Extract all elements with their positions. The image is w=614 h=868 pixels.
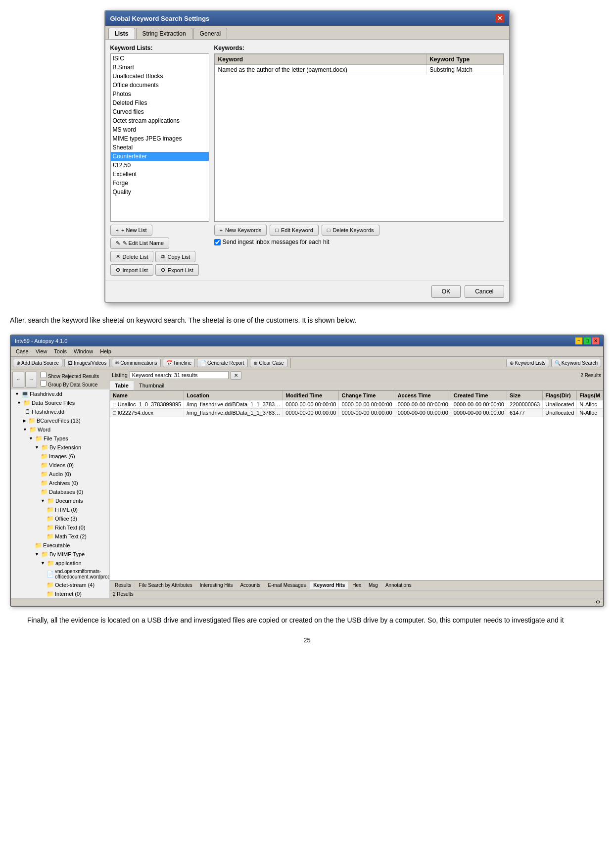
delete-list-button[interactable]: ✕ Delete List	[110, 251, 154, 262]
show-rejected-checkbox[interactable]	[40, 372, 47, 378]
menu-tools[interactable]: Tools	[51, 347, 70, 355]
ok-button[interactable]: OK	[431, 285, 461, 298]
bottom-tab-interesting[interactable]: Interesting Hits	[197, 581, 236, 589]
add-data-source-button[interactable]: ⊕ Add Data Source	[13, 359, 62, 367]
list-item-photos[interactable]: Photos	[111, 90, 209, 98]
timeline-button[interactable]: 📅 Timeline	[163, 359, 195, 367]
tree-application[interactable]: ▼ 📁 application	[11, 559, 109, 568]
list-item-octet[interactable]: Octet stream applications	[111, 116, 209, 125]
list-item-bsmart[interactable]: B.Smart	[111, 63, 209, 72]
table-row[interactable]: Named as the author of the letter (payme…	[215, 65, 503, 75]
close-window-button[interactable]: ✕	[592, 338, 599, 344]
delete-keywords-button[interactable]: □ Delete Keywords	[322, 225, 379, 236]
folder-icon: 📁	[41, 488, 48, 495]
list-item-unalloc[interactable]: Unallocated Blocks	[111, 72, 209, 81]
tree-bcarved-files[interactable]: ▶ 📁 BCarvedFiles (13)	[11, 416, 109, 425]
copy-list-button[interactable]: ⧉ Copy List	[155, 251, 195, 262]
tab-general[interactable]: General	[193, 28, 228, 39]
tree-flashdrive-file[interactable]: 🗒 Flashdrive.dd	[11, 407, 109, 416]
send-ingest-checkbox[interactable]	[214, 239, 221, 245]
tree-audio[interactable]: 📁 Audio (0)	[11, 470, 109, 479]
tab-table[interactable]: Table	[110, 381, 134, 390]
tree-label: Flashdrive.dd	[32, 409, 64, 415]
keyword-lists-button[interactable]: ⊕ Keyword Lists	[506, 359, 549, 367]
status-text: 2 Results	[113, 591, 134, 597]
tree-documents[interactable]: ▼ 📁 Documents	[11, 496, 109, 505]
edit-list-name-button[interactable]: ✎ ✎ Edit List Name	[110, 238, 170, 249]
clear-search-button[interactable]: ✕	[231, 371, 241, 380]
list-item-mime[interactable]: MIME types JPEG images	[111, 134, 209, 143]
new-list-button[interactable]: + + New List	[110, 225, 152, 236]
menu-help[interactable]: Help	[97, 347, 114, 355]
import-list-button[interactable]: ⊕ Import List	[110, 264, 153, 276]
bottom-tab-annotations[interactable]: Annotations	[382, 581, 415, 589]
list-item-counterfeiter[interactable]: Counterfeiter	[111, 152, 209, 161]
bottom-tab-email[interactable]: E-mail Messages	[265, 581, 310, 589]
bottom-tab-file-search[interactable]: File Search by Attributes	[136, 581, 195, 589]
communications-button[interactable]: ✉ Communications	[112, 359, 160, 367]
tree-word[interactable]: ▼ 📁 Word	[11, 425, 109, 434]
tree-databases[interactable]: 📁 Databases (0)	[11, 487, 109, 496]
keyword-search-button[interactable]: 🔍 Keyword Search	[551, 359, 601, 367]
keyword-list-box[interactable]: ISIC B.Smart Unallocated Blocks Office d…	[110, 53, 209, 222]
tree-flashdrive[interactable]: ▼ 💻 Flashdrive.dd	[11, 389, 109, 398]
tree-office[interactable]: 📁 Office (3)	[11, 514, 109, 523]
nav-back-button[interactable]: ←	[12, 372, 24, 387]
tab-thumbnail[interactable]: Thumbnail	[134, 381, 170, 390]
tree-label: Octet-stream (4)	[55, 582, 94, 588]
folder-icon: 📁	[35, 435, 43, 442]
tab-lists[interactable]: Lists	[108, 28, 135, 39]
bottom-tab-results[interactable]: Results	[112, 581, 135, 589]
results-table[interactable]: Name Location Modified Time Change Time …	[110, 390, 603, 580]
tree-archives[interactable]: 📁 Archives (0)	[11, 479, 109, 487]
cell-size: 2200000063	[507, 400, 543, 408]
menu-window[interactable]: Window	[71, 347, 96, 355]
edit-keyword-button[interactable]: □ Edit Keyword	[270, 225, 318, 236]
nav-forward-button[interactable]: →	[25, 372, 37, 387]
tree-vnd[interactable]: 📄 vnd.openxmlformats-officedocument.word…	[11, 568, 109, 580]
list-item-forge[interactable]: Forge	[111, 179, 209, 188]
images-videos-button[interactable]: 🖼 Images/Videos	[64, 359, 110, 367]
list-item-sheetal[interactable]: Sheetal	[111, 143, 209, 152]
tree-internet[interactable]: 📁 Internet (0)	[11, 589, 109, 598]
menu-case[interactable]: Case	[13, 347, 32, 355]
group-by-checkbox[interactable]	[40, 380, 47, 386]
tree-html[interactable]: 📁 HTML (0)	[11, 505, 109, 514]
cell-name: □ Unalloc_1_0_3783899895	[110, 400, 184, 408]
list-item-office[interactable]: Office documents	[111, 81, 209, 90]
dialog-close-button[interactable]: ✕	[495, 14, 504, 23]
list-item-excellent[interactable]: Excellent	[111, 170, 209, 179]
bottom-tab-msg[interactable]: Msg	[366, 581, 381, 589]
bottom-tab-keyword[interactable]: Keyword Hits	[310, 581, 348, 589]
tab-string-extraction[interactable]: String Extraction	[136, 28, 192, 39]
bottom-tab-hex[interactable]: Hex	[349, 581, 365, 589]
bottom-tab-accounts[interactable]: Accounts	[237, 581, 264, 589]
list-item-isic[interactable]: ISIC	[111, 54, 209, 63]
folder-icon: 📁	[28, 417, 36, 424]
tree-math-text[interactable]: 📁 Math Text (2)	[11, 532, 109, 541]
menu-view[interactable]: View	[33, 347, 50, 355]
tree-videos[interactable]: 📁 Videos (0)	[11, 461, 109, 470]
tree-images[interactable]: 📁 Images (6)	[11, 452, 109, 461]
tree-by-mime[interactable]: ▼ 📁 By MIME Type	[11, 550, 109, 559]
tree-by-extension[interactable]: ▼ 📁 By Extension	[11, 443, 109, 452]
list-item-deleted[interactable]: Deleted Files	[111, 98, 209, 107]
tree-file-types[interactable]: ▼ 📁 File Types	[11, 434, 109, 443]
list-item-msword[interactable]: MS word	[111, 125, 209, 134]
result-row-1[interactable]: □ Unalloc_1_0_3783899895 /img_flashdrive…	[110, 400, 603, 408]
minimize-button[interactable]: −	[575, 338, 582, 344]
cancel-button[interactable]: Cancel	[465, 285, 504, 298]
list-item-curved[interactable]: Curved files	[111, 107, 209, 116]
tree-data-source-files[interactable]: ▼ 📁 Data Source Files	[11, 398, 109, 407]
result-row-2[interactable]: □ f0222754.docx /img_flashdrive.dd/BData…	[110, 408, 603, 417]
export-list-button[interactable]: ⊙ Export List	[155, 264, 199, 276]
list-item-quality[interactable]: Quality	[111, 188, 209, 196]
tree-rich-text[interactable]: 📁 Rich Text (0)	[11, 523, 109, 532]
new-keywords-button[interactable]: + New Keywords	[214, 225, 267, 236]
clear-case-button[interactable]: 🗑 Clear Case	[250, 359, 287, 367]
tree-executable[interactable]: 📁 Executable	[11, 541, 109, 550]
maximize-button[interactable]: □	[584, 338, 591, 344]
list-item-price[interactable]: £12.50	[111, 161, 209, 170]
generate-report-button[interactable]: 📄 Generate Report	[197, 359, 248, 367]
tree-octet-stream[interactable]: 📁 Octet-stream (4)	[11, 580, 109, 589]
